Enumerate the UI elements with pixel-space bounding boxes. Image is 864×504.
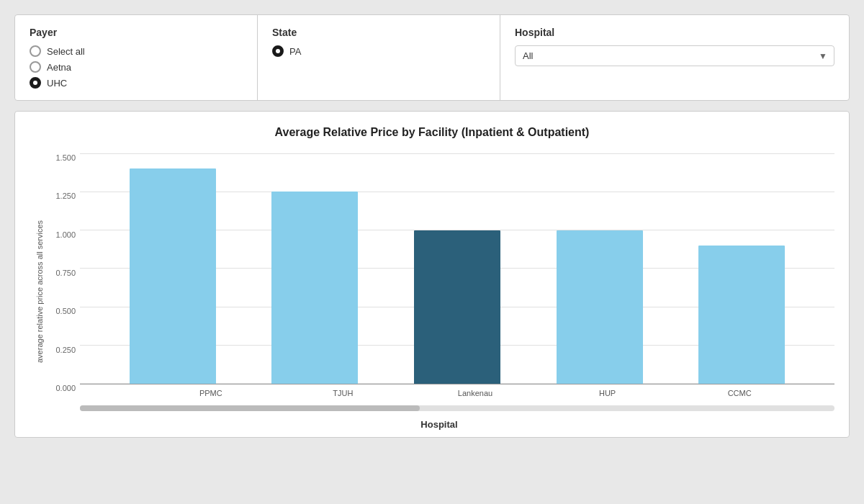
payer-option-select-all[interactable]: Select all [30,45,243,57]
hospital-dropdown[interactable]: All PPMC TJUH Lankenau HUP CCMC [515,45,834,66]
payer-label-uhc: UHC [47,78,67,89]
grid-label-1000: 1.000 [44,230,76,239]
chart-scrollbar[interactable] [80,403,834,413]
radio-uhc[interactable] [30,77,41,89]
x-tick-ccmc: CCMC [673,389,806,397]
hospital-filter: Hospital All PPMC TJUH Lankenau HUP CCMC… [500,15,849,100]
radio-aetna[interactable] [30,61,41,73]
payer-label-select-all: Select all [47,46,85,57]
state-label-pa: PA [289,46,301,57]
chart-area: average relative price across all servic… [30,153,834,430]
payer-radio-group: Select all Aetna UHC [30,45,243,89]
chart-container: Average Relative Price by Facility (Inpa… [14,111,850,438]
grid-label-0250: 0.250 [44,346,76,354]
filters-panel: Payer Select all Aetna UHC State [14,14,850,101]
chart-title: Average Relative Price by Facility (Inpa… [30,126,834,139]
bars-wrapper [80,153,834,384]
grid-label-1500: 1.500 [44,153,76,162]
grid-label-0500: 0.500 [44,307,76,315]
bar-hup-rect[interactable] [557,230,643,384]
state-radio-group: PA [272,45,485,57]
bar-tjuh[interactable] [251,192,379,384]
scrollbar-thumb[interactable] [80,405,420,411]
payer-filter-label: Payer [30,27,243,38]
bar-ppmc-rect[interactable] [130,168,216,384]
bar-ccmc-rect[interactable] [698,246,785,384]
hospital-dropdown-wrapper: All PPMC TJUH Lankenau HUP CCMC ▼ [515,45,834,66]
x-tick-ppmc: PPMC [145,389,277,397]
x-axis-title: Hospital [44,419,834,430]
radio-pa[interactable] [272,45,284,57]
state-filter-label: State [272,27,485,38]
bar-ppmc[interactable] [109,168,237,384]
y-axis-label: average relative price across all servic… [30,153,44,430]
scrollbar-track[interactable] [80,405,834,411]
payer-filter: Payer Select all Aetna UHC [15,15,258,100]
bar-lankenau-rect[interactable] [414,230,500,384]
radio-select-all[interactable] [30,45,41,57]
x-tick-lankenau: Lankenau [409,389,541,397]
grid-label-0750: 0.750 [44,269,76,277]
payer-option-uhc[interactable]: UHC [30,77,243,89]
x-tick-tjuh: TJUH [277,389,410,397]
payer-label-aetna: Aetna [47,62,71,73]
chart-inner: 1.500 1.250 1.000 0.750 [44,153,834,430]
state-option-pa[interactable]: PA [272,45,485,57]
chart-plot: 1.500 1.250 1.000 0.750 [44,153,834,384]
bar-lankenau[interactable] [393,230,521,384]
x-tick-hup: HUP [541,389,674,397]
grid-label-0000: 0.000 [44,384,76,392]
state-filter: State PA [258,15,500,100]
payer-option-aetna[interactable]: Aetna [30,61,243,73]
bar-hup[interactable] [536,230,664,384]
bar-ccmc[interactable] [678,246,806,384]
grid-label-1250: 1.250 [44,192,76,200]
bar-tjuh-rect[interactable] [271,192,358,384]
hospital-filter-label: Hospital [515,27,834,38]
x-axis: PPMC TJUH Lankenau HUP CCMC [80,384,834,397]
